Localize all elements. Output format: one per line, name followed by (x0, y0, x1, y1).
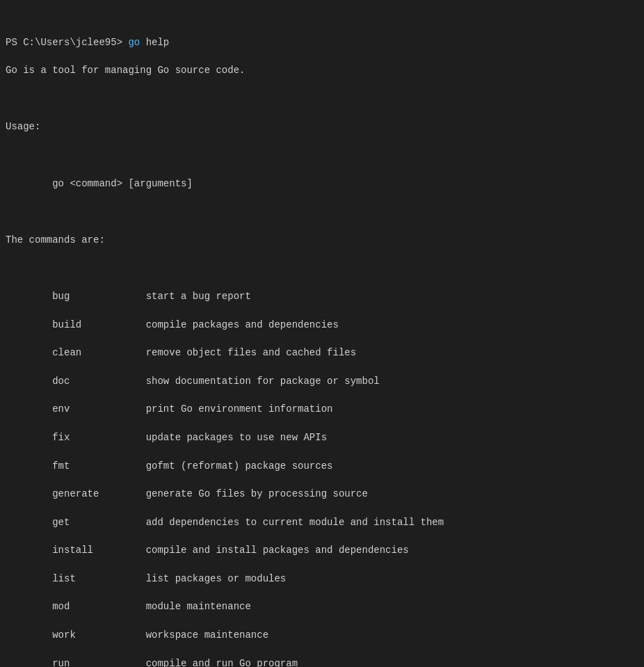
terminal-line (6, 261, 638, 275)
terminal-line (6, 204, 638, 218)
terminal-line: install compile and install packages and… (6, 543, 638, 557)
terminal-line: doc show documentation for package or sy… (6, 374, 638, 388)
prompt-line: PS C:\Users\jclee95> go help (6, 35, 638, 49)
terminal-line: go <command> [arguments] (6, 177, 638, 191)
terminal-line: generate generate Go files by processing… (6, 487, 638, 501)
terminal-line: fmt gofmt (reformat) package sources (6, 459, 638, 473)
terminal-line: clean remove object files and cached fil… (6, 346, 638, 360)
terminal-line (6, 148, 638, 162)
terminal-line: fix update packages to use new APIs (6, 431, 638, 444)
terminal-line: get add dependencies to current module a… (6, 515, 638, 529)
terminal-line: The commands are: (6, 233, 638, 247)
prompt-ps: PS C:\Users\jclee95> (6, 37, 122, 48)
terminal-line: Go is a tool for managing Go source code… (6, 63, 638, 77)
terminal-line: work workspace maintenance (6, 628, 638, 642)
command-args: help (140, 37, 169, 48)
terminal-line: list list packages or modules (6, 572, 638, 586)
terminal-output: PS C:\Users\jclee95> go help (6, 7, 638, 63)
terminal-line: bug start a bug report (6, 289, 638, 303)
terminal-line: Usage: (6, 120, 638, 134)
terminal-line: build compile packages and dependencies (6, 318, 638, 332)
terminal-line (6, 92, 638, 106)
terminal-line: run compile and run Go program (6, 657, 638, 667)
go-command: go (128, 37, 140, 48)
terminal-line: mod module maintenance (6, 600, 638, 613)
terminal-line: env print Go environment information (6, 402, 638, 416)
terminal-lines: Go is a tool for managing Go source code… (6, 63, 638, 667)
